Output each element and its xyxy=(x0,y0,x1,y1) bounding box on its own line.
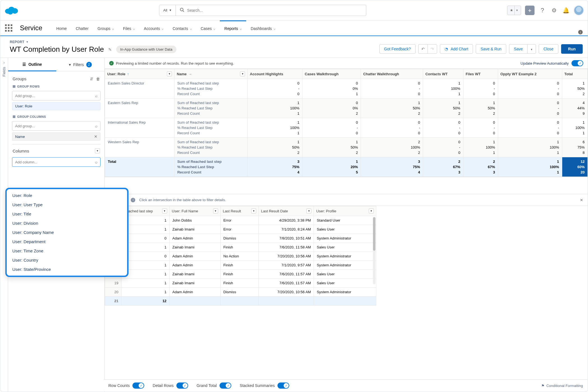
add-button[interactable]: ＋ xyxy=(525,6,535,15)
nav-tab-cases[interactable]: Cases⌵ xyxy=(196,20,220,36)
group-rows-field[interactable] xyxy=(15,94,95,98)
nav-tab-accounts[interactable]: Accounts⌵ xyxy=(139,20,168,36)
got-feedback-button[interactable]: Got Feedback? xyxy=(379,44,416,54)
save-button[interactable]: Save xyxy=(509,44,527,54)
detail-row[interactable]: 201Adam AdminDismiss7/20/2020, 10:56 AMS… xyxy=(105,288,376,297)
column-menu-button[interactable]: ▼ xyxy=(251,208,256,213)
tab-filters[interactable]: ▾ Filters 2 xyxy=(56,58,104,71)
detail-row[interactable]: 181Zainab ImamiFinish7/6/2020, 11:57 AMS… xyxy=(105,270,376,279)
column-header[interactable]: User: Role↑▼ xyxy=(105,69,174,79)
dropdown-item[interactable]: User: Role xyxy=(7,191,127,200)
favorites-button[interactable]: ★ ▼ xyxy=(507,6,521,15)
group-rows-input[interactable]: ⌕ xyxy=(12,91,101,100)
dropdown-item[interactable]: User: User Type xyxy=(7,200,127,209)
dropdown-item[interactable]: User: State/Province xyxy=(7,265,127,274)
chevron-down-icon[interactable]: ⌵ xyxy=(274,27,276,30)
detail-row[interactable]: 1Zainab ImamiError7/1/2020, 8:24 AMSales… xyxy=(105,225,376,234)
stacked-summaries-toggle[interactable]: ✓ xyxy=(277,382,289,389)
save-and-run-button[interactable]: Save & Run xyxy=(476,44,506,54)
dropdown-item[interactable]: User: Country xyxy=(7,255,127,265)
column-header[interactable]: Chatter Walkthrough xyxy=(361,69,423,79)
help-button[interactable]: ? xyxy=(538,6,546,14)
add-column-input[interactable]: ⌕ xyxy=(12,157,101,167)
app-launcher-icon[interactable] xyxy=(4,24,13,32)
save-menu-button[interactable]: ▼ xyxy=(527,44,536,54)
detail-row[interactable]: 1Zainab ImamiFinish7/6/2020, 11:58 AMSal… xyxy=(105,243,376,252)
user-avatar[interactable] xyxy=(574,5,584,15)
chevron-down-icon[interactable]: ⌵ xyxy=(190,27,192,30)
column-header[interactable]: Name→▼ xyxy=(174,69,248,79)
grand-total-toggle[interactable]: ✓ xyxy=(220,382,231,389)
column-header[interactable]: Oppty WT Example 2 xyxy=(498,69,562,79)
chevron-down-icon[interactable]: ⌵ xyxy=(240,27,242,30)
detail-row[interactable]: 1John DobbsError4/29/2020, 3:38 PMStanda… xyxy=(105,216,376,225)
column-header[interactable]: Account Highlights xyxy=(248,69,302,79)
scrollbar[interactable] xyxy=(373,217,375,284)
add-column-field[interactable] xyxy=(15,160,95,164)
nav-tab-home[interactable]: Home xyxy=(52,20,71,36)
add-chart-button[interactable]: ◔ Add Chart xyxy=(440,44,473,54)
report-type-label[interactable]: REPORT ▼ xyxy=(10,40,176,44)
dropdown-item[interactable]: User: Department xyxy=(7,237,127,246)
close-button[interactable]: Close xyxy=(539,44,558,54)
dropdown-item[interactable]: User: Division xyxy=(7,219,127,228)
chevron-down-icon[interactable]: ⌵ xyxy=(213,27,215,30)
nav-tab-dashboards[interactable]: Dashboards⌵ xyxy=(246,20,280,36)
detail-row[interactable]: 171Adam AdminFinish7/1/2020, 9:57 AMSyst… xyxy=(105,261,376,270)
chevron-down-icon[interactable]: ⌵ xyxy=(133,27,135,30)
close-icon[interactable]: ✕ xyxy=(580,198,583,202)
global-search[interactable]: All ▼ xyxy=(159,5,366,16)
group-cols-input[interactable]: ⌕ xyxy=(12,121,101,131)
group-cols-pill[interactable]: Name ✕ xyxy=(12,132,101,141)
group-rows-pill[interactable]: User: Role xyxy=(12,102,101,110)
group-cols-field[interactable] xyxy=(15,124,95,128)
detail-row[interactable]: 160Adam AdminNo Action7/20/2020, 10:56 A… xyxy=(105,252,376,261)
setup-button[interactable]: ⚙ xyxy=(550,6,558,14)
info-icon[interactable]: i xyxy=(578,30,583,34)
delete-icon[interactable]: 🗑 xyxy=(96,77,100,81)
column-menu-button[interactable]: ▼ xyxy=(369,208,374,213)
detail-rows-toggle[interactable]: ✓ xyxy=(176,382,188,389)
detail-column-header[interactable]: Last Result▼ xyxy=(220,206,259,216)
detail-column-header[interactable]: Last Result Date▼ xyxy=(259,206,314,216)
search-input[interactable] xyxy=(187,8,362,13)
column-menu-button[interactable]: ▼ xyxy=(213,208,218,213)
edit-icon[interactable]: ✎ xyxy=(108,47,112,52)
undo-button[interactable]: ↶ xyxy=(418,44,428,54)
column-header[interactable]: Total xyxy=(562,69,588,79)
auto-preview-toggle[interactable]: ✓ xyxy=(571,60,583,66)
arrow-right-icon: → xyxy=(188,72,192,76)
conditional-formatting-button[interactable]: ⚑ Conditional Formatting xyxy=(541,384,583,388)
detail-column-header[interactable]: User: Full Name▼ xyxy=(169,206,220,216)
column-header[interactable]: Files WT xyxy=(463,69,498,79)
dropdown-item[interactable]: User: Title xyxy=(7,209,127,219)
run-button[interactable]: Run xyxy=(561,44,583,54)
column-menu-button[interactable]: ▼ xyxy=(240,71,245,76)
dropdown-item[interactable]: User: Time Zone xyxy=(7,246,127,255)
column-header[interactable]: Contacts WT xyxy=(423,69,463,79)
close-icon[interactable]: ✕ xyxy=(94,134,97,139)
row-counts-toggle[interactable]: ✓ xyxy=(132,382,144,389)
nav-tab-chatter[interactable]: Chatter xyxy=(71,20,93,36)
chevron-down-icon[interactable]: ⌵ xyxy=(162,27,164,30)
column-header[interactable]: Cases Walkthrough xyxy=(302,69,361,79)
nav-tab-groups[interactable]: Groups⌵ xyxy=(93,20,118,36)
chevron-down-icon[interactable]: ⌵ xyxy=(112,27,114,30)
column-menu-button[interactable]: ▼ xyxy=(306,208,311,213)
swap-icon[interactable]: ⇵ xyxy=(90,77,93,81)
detail-row[interactable]: 0Adam AdminDismiss7/8/2020, 10:51 AMSyst… xyxy=(105,234,376,243)
column-menu-button[interactable]: ▼ xyxy=(167,71,172,76)
search-scope-select[interactable]: All ▼ xyxy=(159,5,176,16)
dropdown-item[interactable]: User: Company Name xyxy=(7,228,127,237)
nav-tab-reports[interactable]: Reports⌵ xyxy=(220,20,246,36)
column-menu-button[interactable]: ▼ xyxy=(162,208,167,213)
columns-menu-button[interactable]: ▼ xyxy=(95,148,100,153)
detail-column-header[interactable]: User: Profile▼ xyxy=(314,206,376,216)
notifications-button[interactable]: 🔔 xyxy=(562,6,570,14)
search-input-wrap[interactable] xyxy=(176,8,366,13)
tab-outline[interactable]: ☰ Outline xyxy=(8,58,56,71)
nav-tab-files[interactable]: Files⌵ xyxy=(118,20,139,36)
detail-row[interactable]: 191Zainab ImamiFinish7/6/2020, 11:57 AMS… xyxy=(105,279,376,288)
redo-button[interactable]: ↷ xyxy=(428,44,437,54)
nav-tab-contacts[interactable]: Contacts⌵ xyxy=(168,20,196,36)
